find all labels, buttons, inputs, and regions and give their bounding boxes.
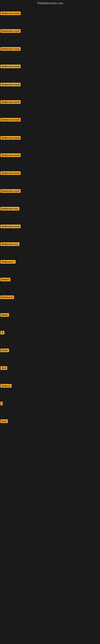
bottleneck-result-badge: Bottl xyxy=(0,420,8,423)
bottleneck-result-badge: Bottleneck r xyxy=(0,260,16,264)
bottleneck-result-badge: Bott xyxy=(0,366,7,370)
bottleneck-result-badge: Bottlens xyxy=(0,384,12,388)
bottleneck-result-badge: Bottleneck result xyxy=(0,189,21,193)
bottleneck-result-badge: Bottleneck result xyxy=(0,83,21,86)
bottleneck-result-badge: s xyxy=(0,402,3,405)
bottleneck-result-badge: Bottleneck result xyxy=(0,171,21,175)
bottleneck-result-badge: Bottle xyxy=(0,313,9,317)
bottleneck-result-badge: Bottleneck result xyxy=(0,136,21,140)
bottleneck-result-badge: Bottleneck result xyxy=(0,12,21,15)
bottleneck-result-badge: Bottlen xyxy=(0,278,10,281)
bottleneck-result-badge: Bottleneck resu xyxy=(0,242,19,246)
site-title: TheBottlenecker.com xyxy=(0,0,100,6)
bottleneck-result-badge: Bottleneck result xyxy=(0,153,21,157)
bottleneck-result-badge: Bottleneck resu xyxy=(0,207,19,210)
bottleneck-result-badge: Bottleneck result xyxy=(0,224,21,228)
bottleneck-result-badge: Bottleneck result xyxy=(0,118,21,122)
bottleneck-result-badge: Bottle xyxy=(0,348,9,352)
bottleneck-result-badge: B xyxy=(0,331,4,334)
bottleneck-result-badge: Bottleneck result xyxy=(0,64,21,68)
bottleneck-result-badge: Bottleneck xyxy=(0,296,14,299)
bottleneck-result-badge: Bottleneck result xyxy=(0,100,21,104)
bottleneck-result-badge: Bottleneck result xyxy=(0,47,21,51)
bottleneck-result-badge: Bottleneck result xyxy=(0,29,21,33)
